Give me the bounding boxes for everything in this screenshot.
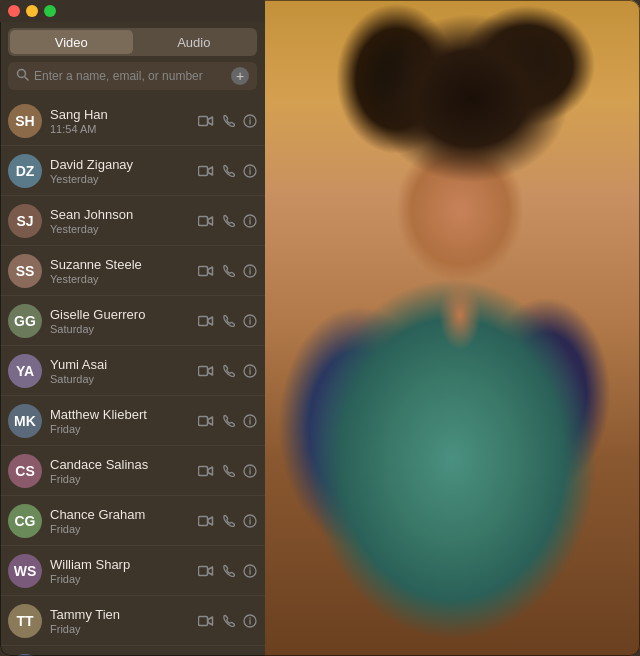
video-call-icon[interactable] (198, 465, 214, 477)
contact-name: Sang Han (50, 107, 198, 122)
video-call-icon[interactable] (198, 215, 214, 227)
video-call-icon[interactable] (198, 415, 214, 427)
video-call-icon[interactable] (198, 365, 214, 377)
video-call-icon[interactable] (198, 165, 214, 177)
contact-item[interactable]: SS Suzanne Steele Yesterday (0, 246, 265, 296)
phone-call-icon[interactable] (222, 114, 235, 127)
contact-item[interactable]: DZ David Ziganay Yesterday (0, 146, 265, 196)
info-icon[interactable] (243, 464, 257, 478)
contact-item[interactable]: SJ Sean Johnson Yesterday (0, 196, 265, 246)
contact-name: Chance Graham (50, 507, 198, 522)
video-call-icon[interactable] (198, 565, 214, 577)
svg-rect-2 (199, 116, 208, 125)
app-window: Video Audio + SH Sang Han 11:54 AM (0, 0, 640, 656)
contact-name: Sean Johnson (50, 207, 198, 222)
svg-point-5 (249, 117, 251, 119)
contact-actions (198, 514, 257, 528)
info-icon[interactable] (243, 364, 257, 378)
svg-rect-18 (199, 316, 208, 325)
svg-point-9 (249, 167, 251, 169)
video-call-icon[interactable] (198, 615, 214, 627)
svg-point-41 (249, 567, 251, 569)
phone-call-icon[interactable] (222, 564, 235, 577)
contact-time: Friday (50, 423, 198, 435)
contact-info: Candace Salinas Friday (50, 457, 198, 485)
info-icon[interactable] (243, 314, 257, 328)
contact-item[interactable]: MK Matthew Kliebert Friday (0, 396, 265, 446)
contact-info: Tammy Tien Friday (50, 607, 198, 635)
svg-rect-26 (199, 416, 208, 425)
contact-actions (198, 214, 257, 228)
info-icon[interactable] (243, 564, 257, 578)
phone-call-icon[interactable] (222, 214, 235, 227)
info-icon[interactable] (243, 414, 257, 428)
sidebar: Video Audio + SH Sang Han 11:54 AM (0, 0, 265, 656)
contact-actions (198, 364, 257, 378)
contact-item[interactable]: YA Yumi Asai Saturday (0, 346, 265, 396)
info-icon[interactable] (243, 164, 257, 178)
contact-item[interactable]: CG Chance Graham Friday (0, 496, 265, 546)
phone-call-icon[interactable] (222, 464, 235, 477)
phone-call-icon[interactable] (222, 264, 235, 277)
svg-point-45 (249, 617, 251, 619)
info-icon[interactable] (243, 614, 257, 628)
contact-item[interactable]: ER Eric Rottenberg Thursday (0, 646, 265, 656)
contact-time: Friday (50, 623, 198, 635)
contact-item[interactable]: TT Tammy Tien Friday (0, 596, 265, 646)
svg-point-37 (249, 517, 251, 519)
svg-point-25 (249, 367, 251, 369)
contact-name: William Sharp (50, 557, 198, 572)
phone-call-icon[interactable] (222, 164, 235, 177)
video-call-icon[interactable] (198, 265, 214, 277)
svg-line-1 (25, 77, 28, 80)
svg-point-33 (249, 467, 251, 469)
avatar: TT (8, 604, 42, 638)
contact-item[interactable]: GG Giselle Guerrero Saturday (0, 296, 265, 346)
avatar: SJ (8, 204, 42, 238)
maximize-button[interactable] (44, 5, 56, 17)
avatar: GG (8, 304, 42, 338)
info-icon[interactable] (243, 214, 257, 228)
phone-call-icon[interactable] (222, 314, 235, 327)
phone-call-icon[interactable] (222, 614, 235, 627)
add-contact-button[interactable]: + (231, 67, 249, 85)
svg-point-17 (249, 267, 251, 269)
contact-item[interactable]: CS Candace Salinas Friday (0, 446, 265, 496)
contact-time: Yesterday (50, 223, 198, 235)
avatar: YA (8, 354, 42, 388)
tab-audio[interactable]: Audio (133, 30, 256, 54)
contact-item[interactable]: WS William Sharp Friday (0, 546, 265, 596)
phone-call-icon[interactable] (222, 414, 235, 427)
contact-name: Matthew Kliebert (50, 407, 198, 422)
video-call-icon[interactable] (198, 115, 214, 127)
contact-actions (198, 564, 257, 578)
contact-name: Yumi Asai (50, 357, 198, 372)
avatar: SS (8, 254, 42, 288)
avatar: WS (8, 554, 42, 588)
contact-time: Friday (50, 573, 198, 585)
video-call-icon[interactable] (198, 315, 214, 327)
info-icon[interactable] (243, 114, 257, 128)
phone-call-icon[interactable] (222, 514, 235, 527)
contact-info: Suzanne Steele Yesterday (50, 257, 198, 285)
info-icon[interactable] (243, 514, 257, 528)
svg-point-0 (18, 70, 26, 78)
search-input[interactable] (34, 69, 231, 83)
svg-point-13 (249, 217, 251, 219)
close-button[interactable] (8, 5, 20, 17)
photo-person (265, 0, 640, 656)
contact-time: Saturday (50, 373, 198, 385)
svg-rect-10 (199, 216, 208, 225)
contact-actions (198, 314, 257, 328)
contact-item[interactable]: SH Sang Han 11:54 AM (0, 96, 265, 146)
minimize-button[interactable] (26, 5, 38, 17)
contact-actions (198, 614, 257, 628)
contact-time: Yesterday (50, 173, 198, 185)
phone-call-icon[interactable] (222, 364, 235, 377)
tab-bar: Video Audio (8, 28, 257, 56)
info-icon[interactable] (243, 264, 257, 278)
traffic-lights (8, 5, 56, 17)
svg-point-29 (249, 417, 251, 419)
tab-video[interactable]: Video (10, 30, 133, 54)
video-call-icon[interactable] (198, 515, 214, 527)
